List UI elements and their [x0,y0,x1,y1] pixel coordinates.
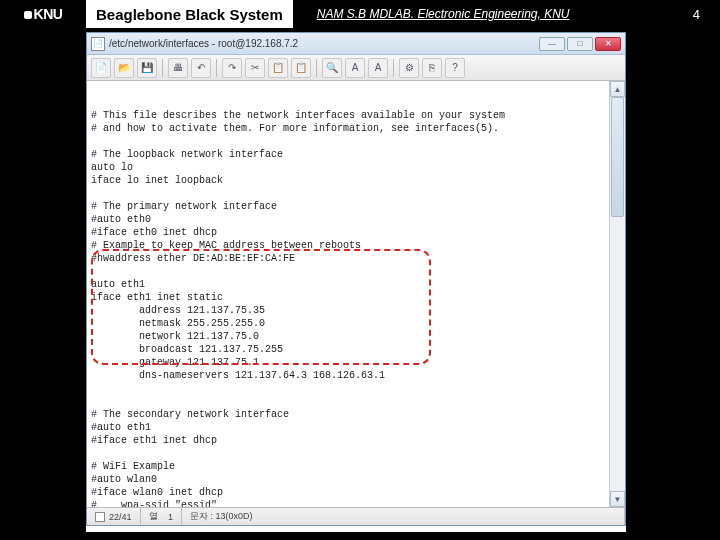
code-line [91,447,605,460]
toolbar: 📄📂💾🖶↶↷✂📋📋🔍AA⚙⎘? [87,55,625,81]
slide-title: Beaglebone Black System [86,0,293,28]
code-line: #auto eth0 [91,213,605,226]
toolbar-button-7[interactable]: 📋 [268,58,288,78]
toolbar-button-13[interactable]: ⎘ [422,58,442,78]
code-line: #auto eth1 [91,421,605,434]
scroll-down-button[interactable]: ▼ [610,491,625,507]
code-line: netmask 255.255.255.0 [91,317,605,330]
code-line: auto eth1 [91,278,605,291]
code-line: # The secondary network interface [91,408,605,421]
toolbar-button-11[interactable]: A [368,58,388,78]
code-line [91,187,605,200]
code-line [91,135,605,148]
code-line: #auto wlan0 [91,473,605,486]
code-line: dns-nameservers 121.137.64.3 168.126.63.… [91,369,605,382]
code-line [91,382,605,395]
slide-header: KNU Beaglebone Black System NAM S.B MDLA… [0,0,720,28]
vertical-scrollbar[interactable]: ▲ ▼ [609,81,625,507]
code-line: broadcast 121.137.75.255 [91,343,605,356]
code-line: #hwaddress ether DE:AD:BE:EF:CA:FE [91,252,605,265]
toolbar-button-12[interactable]: ⚙ [399,58,419,78]
toolbar-button-10[interactable]: A [345,58,365,78]
code-line: iface lo inet loopback [91,174,605,187]
toolbar-button-6[interactable]: ✂ [245,58,265,78]
close-button[interactable]: ✕ [595,37,621,51]
logo-area: KNU [0,0,86,28]
code-line [91,395,605,408]
code-line: # The loopback network interface [91,148,605,161]
toolbar-button-1[interactable]: 📂 [114,58,134,78]
code-line: # Example to keep MAC address between re… [91,239,605,252]
scroll-thumb[interactable] [611,97,624,217]
toolbar-button-9[interactable]: 🔍 [322,58,342,78]
code-line: # and how to activate them. For more inf… [91,122,605,135]
toolbar-separator [216,59,217,77]
code-line: gateway 121.137.75.1 [91,356,605,369]
toolbar-separator [162,59,163,77]
code-line: iface eth1 inet static [91,291,605,304]
toolbar-button-0[interactable]: 📄 [91,58,111,78]
screenshot-area: 📄 /etc/network/interfaces - root@192.168… [86,32,626,532]
toolbar-button-4[interactable]: ↶ [191,58,211,78]
code-line: #iface wlan0 inet dhcp [91,486,605,499]
knu-logo: KNU [24,6,63,22]
status-char: 문자 : 13(0x0D) [182,508,625,525]
code-line: # wpa-ssid "essid" [91,499,605,507]
toolbar-button-5[interactable]: ↷ [222,58,242,78]
window-buttons: — □ ✕ [539,37,621,51]
code-line: #iface eth0 inet dhcp [91,226,605,239]
status-position: 22/41 [87,508,141,525]
toolbar-button-14[interactable]: ? [445,58,465,78]
statusbar: 22/41 열 1 문자 : 13(0x0D) [87,507,625,525]
app-icon: 📄 [91,37,105,51]
code-line [91,265,605,278]
window-title: /etc/network/interfaces - root@192.168.7… [109,38,539,49]
code-line: # WiFi Example [91,460,605,473]
header-right: NAM S.B MDLAB. Electronic Engineering, K… [293,7,720,22]
status-column: 열 1 [141,508,183,525]
page-number: 4 [693,7,700,22]
maximize-button[interactable]: □ [567,37,593,51]
code-line: network 121.137.75.0 [91,330,605,343]
code-line: # This file describes the network interf… [91,109,605,122]
scroll-up-button[interactable]: ▲ [610,81,625,97]
editor-wrap: # This file describes the network interf… [87,81,625,507]
toolbar-button-3[interactable]: 🖶 [168,58,188,78]
text-editor[interactable]: # This file describes the network interf… [87,81,609,507]
toolbar-separator [393,59,394,77]
doc-icon [95,512,105,522]
editor-window: 📄 /etc/network/interfaces - root@192.168… [86,32,626,526]
code-line: # The primary network interface [91,200,605,213]
code-line: #iface eth1 inet dhcp [91,434,605,447]
code-line: address 121.137.75.35 [91,304,605,317]
minimize-button[interactable]: — [539,37,565,51]
toolbar-button-2[interactable]: 💾 [137,58,157,78]
toolbar-button-8[interactable]: 📋 [291,58,311,78]
code-line: auto lo [91,161,605,174]
toolbar-separator [316,59,317,77]
titlebar[interactable]: 📄 /etc/network/interfaces - root@192.168… [87,33,625,55]
lab-text: NAM S.B MDLAB. Electronic Engineering, K… [317,7,570,21]
